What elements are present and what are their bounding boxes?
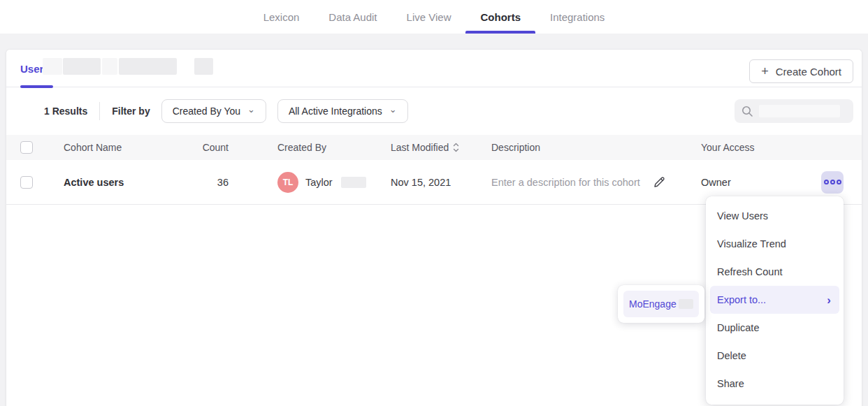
menu-item-label: Visualize Trend — [717, 238, 786, 249]
table-header-row: Cohort Name Count Created By Last Modifi… — [6, 135, 862, 160]
created-by-dropdown[interactable]: Created By You ⌄ — [161, 99, 266, 123]
top-navigation: Lexicon Data Audit Live View Cohorts Int… — [0, 0, 868, 34]
menu-item-label: Delete — [717, 350, 746, 361]
plus-icon: + — [761, 65, 769, 78]
menu-item-export-to[interactable]: Export to... › — [710, 286, 839, 314]
header-your-access: Your Access — [695, 142, 810, 153]
nav-tab-lexicon[interactable]: Lexicon — [249, 0, 314, 34]
chevron-right-icon: › — [827, 294, 831, 306]
select-all-checkbox[interactable] — [20, 141, 33, 154]
menu-item-label: Refresh Count — [717, 266, 783, 277]
menu-item-view-users[interactable]: View Users — [710, 202, 839, 230]
menu-item-label: View Users — [717, 210, 768, 222]
menu-item-duplicate[interactable]: Duplicate — [710, 314, 839, 342]
cohort-count: 36 — [174, 177, 229, 188]
row-context-menu: View Users Visualize Trend Refresh Count… — [706, 196, 844, 405]
chevron-down-icon: ⌄ — [247, 107, 255, 113]
redacted-block — [43, 58, 62, 75]
redacted-block — [759, 105, 840, 117]
integrations-dropdown[interactable]: All Active Integrations ⌄ — [277, 99, 408, 123]
redacted-block — [679, 299, 693, 309]
header-count: Count — [174, 142, 229, 153]
redacted-block — [119, 58, 177, 75]
nav-tab-integrations[interactable]: Integrations — [535, 0, 619, 34]
menu-item-refresh-count[interactable]: Refresh Count — [710, 258, 839, 286]
last-modified-label: Last Modified — [391, 142, 449, 153]
submenu-item-moengage[interactable]: MoEngage — [623, 291, 699, 317]
filter-by-label: Filter by — [112, 106, 150, 117]
three-dots-icon — [830, 180, 835, 184]
three-dots-icon — [837, 180, 841, 184]
search-icon — [742, 106, 753, 117]
description-placeholder[interactable]: Enter a description for this cohort — [491, 177, 640, 188]
menu-item-label: Duplicate — [717, 322, 759, 333]
header-cohort-name: Cohort Name — [58, 142, 174, 153]
select-all-cell — [6, 141, 58, 154]
menu-item-delete[interactable]: Delete — [710, 342, 839, 370]
access-value: Owner — [695, 177, 810, 188]
nav-tab-data-audit[interactable]: Data Audit — [314, 0, 391, 34]
create-cohort-button[interactable]: + Create Cohort — [749, 59, 853, 83]
cohort-name-link[interactable]: Active users — [58, 177, 174, 188]
redacted-block — [194, 58, 213, 75]
menu-item-share[interactable]: Share — [710, 370, 839, 398]
integrations-dropdown-value: All Active Integrations — [289, 106, 382, 117]
menu-item-label: Export to... — [717, 294, 766, 305]
submenu-item-label: MoEngage — [629, 298, 677, 310]
redacted-block — [341, 177, 366, 188]
filter-bar: 1 Results Filter by Created By You ⌄ All… — [6, 87, 862, 135]
create-cohort-label: Create Cohort — [776, 66, 841, 78]
row-actions-cell — [810, 171, 862, 194]
menu-item-label: Share — [717, 378, 744, 389]
nav-tab-live-view[interactable]: Live View — [392, 0, 466, 34]
row-select-cell — [6, 176, 58, 189]
menu-item-visualize-trend[interactable]: Visualize Trend — [710, 230, 839, 258]
chevron-down-icon: ⌄ — [389, 107, 397, 113]
divider — [99, 102, 100, 120]
more-actions-button[interactable] — [821, 171, 844, 194]
header-created-by: Created By — [272, 142, 385, 153]
avatar: TL — [277, 172, 298, 193]
header-description: Description — [486, 142, 695, 153]
redacted-tabs — [43, 58, 213, 75]
header-last-modified: Last Modified — [385, 142, 486, 153]
results-count: 1 Results — [44, 106, 87, 117]
three-dots-icon — [824, 180, 829, 184]
export-submenu: MoEngage — [618, 285, 704, 323]
nav-tab-cohorts[interactable]: Cohorts — [465, 0, 535, 34]
description-cell: Enter a description for this cohort — [486, 175, 695, 189]
created-by-dropdown-value: Created By You — [173, 106, 240, 117]
search-input[interactable] — [735, 99, 853, 123]
last-modified-sort[interactable]: Last Modified — [391, 142, 459, 153]
pencil-icon — [653, 175, 666, 189]
sort-updown-icon — [453, 143, 459, 152]
redacted-block — [102, 58, 117, 75]
panel-tab-strip: User + Create Cohort — [6, 50, 862, 87]
edit-description-button[interactable] — [653, 175, 666, 189]
last-modified-value: Nov 15, 2021 — [385, 177, 486, 188]
created-by-name: Taylor — [305, 177, 333, 188]
row-checkbox[interactable] — [20, 176, 33, 189]
redacted-block — [63, 58, 101, 75]
created-by-cell: TL Taylor — [272, 172, 385, 193]
